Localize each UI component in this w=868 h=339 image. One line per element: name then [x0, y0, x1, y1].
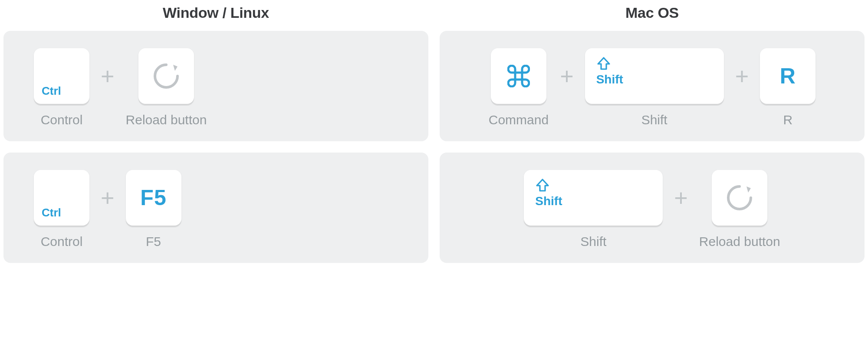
- ctrl-key: Ctrl: [34, 48, 89, 104]
- shortcut-row: Ctrl Control + F5 F5: [21, 170, 411, 249]
- key-label: Ctrl: [42, 84, 61, 98]
- r-key: R: [760, 48, 815, 104]
- key-label: R: [780, 63, 796, 89]
- shortcut-row: Command + Shift Shi: [457, 48, 847, 127]
- key-caption: Shift: [641, 113, 667, 127]
- command-icon: [507, 65, 530, 87]
- key-group-reload: Reload button: [126, 48, 207, 127]
- key-caption: Reload button: [126, 113, 207, 127]
- shortcut-panel-ctrl-f5: Ctrl Control + F5 F5: [3, 153, 428, 263]
- key-label: Shift: [596, 73, 623, 86]
- reload-key: [138, 48, 194, 104]
- shortcut-columns: Window / Linux Ctrl Control +: [0, 4, 868, 263]
- shift-key: Shift: [585, 48, 724, 104]
- plus-separator: +: [99, 170, 116, 226]
- key-group-ctrl: Ctrl Control: [34, 48, 89, 127]
- key-group-f5: F5 F5: [126, 170, 181, 249]
- shift-arrow-icon: [596, 56, 611, 71]
- key-caption: R: [783, 113, 792, 127]
- shortcut-panel-shift-reload: Shift Shift + Relo: [440, 153, 865, 263]
- key-label: Shift: [535, 194, 562, 208]
- shortcut-row: Ctrl Control + Reload button: [21, 48, 411, 127]
- plus-separator: +: [733, 48, 751, 104]
- reload-key: [712, 170, 767, 226]
- key-caption: Command: [489, 113, 549, 127]
- plus-separator: +: [558, 48, 575, 104]
- column-windows-linux: Window / Linux Ctrl Control +: [3, 4, 428, 263]
- plus-separator: +: [672, 170, 690, 226]
- shift-key: Shift: [524, 170, 663, 226]
- shortcut-panel-ctrl-reload: Ctrl Control + Reload button: [3, 31, 428, 141]
- key-caption: Control: [41, 234, 83, 249]
- key-label: Ctrl: [42, 206, 61, 219]
- key-group-shift: Shift Shift: [585, 48, 724, 127]
- command-key: [491, 48, 546, 104]
- shift-arrow-icon: [535, 178, 550, 193]
- column-title-windows: Window / Linux: [3, 4, 428, 21]
- key-caption: Control: [41, 113, 83, 127]
- column-title-mac: Mac OS: [440, 4, 865, 21]
- key-caption: F5: [146, 234, 161, 249]
- ctrl-key: Ctrl: [34, 170, 89, 226]
- column-mac-os: Mac OS Command +: [440, 4, 865, 263]
- plus-separator: +: [99, 48, 116, 104]
- f5-key: F5: [126, 170, 181, 226]
- key-group-command: Command: [489, 48, 549, 127]
- reload-icon: [724, 182, 755, 213]
- reload-icon: [151, 60, 182, 92]
- key-label: F5: [140, 185, 166, 210]
- key-group-r: R R: [760, 48, 815, 127]
- key-group-shift: Shift Shift: [524, 170, 663, 249]
- key-group-reload: Reload button: [699, 170, 780, 249]
- shortcut-row: Shift Shift + Relo: [457, 170, 847, 249]
- key-group-ctrl: Ctrl Control: [34, 170, 89, 249]
- key-caption: Reload button: [699, 234, 780, 249]
- shortcut-panel-cmd-shift-r: Command + Shift Shi: [440, 31, 865, 141]
- key-caption: Shift: [580, 234, 606, 249]
